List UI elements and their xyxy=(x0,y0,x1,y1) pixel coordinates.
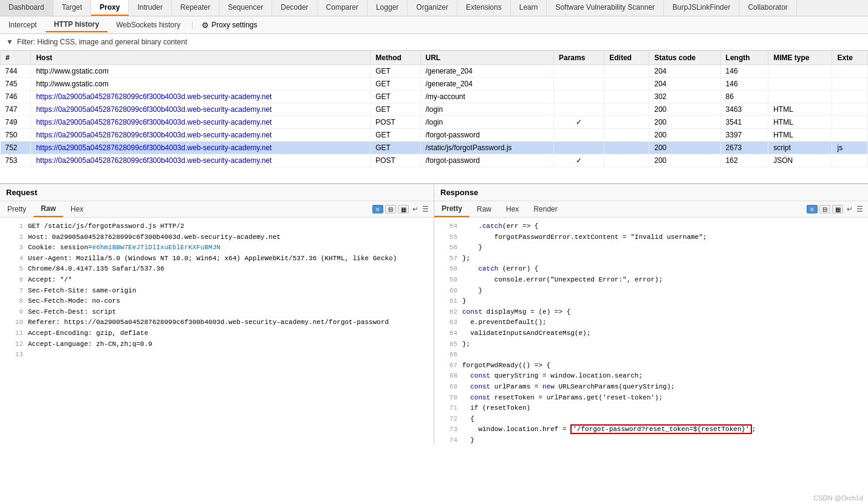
cell-method: GET xyxy=(371,103,420,116)
cell-mime: HTML xyxy=(768,103,832,116)
response-tab-pretty[interactable]: Pretty xyxy=(434,201,470,217)
response-line: 66 xyxy=(440,350,862,361)
cell-host[interactable]: https://0a29005a045287628099c6f300b4003d… xyxy=(31,116,371,129)
col-params: Params xyxy=(553,51,604,65)
table-row[interactable]: 745 http://www.gstatic.com GET /generate… xyxy=(1,78,868,91)
request-wrap-icon[interactable]: ↵ xyxy=(412,205,419,213)
request-line: 10Referer: https://0a29005a045287628099c… xyxy=(6,317,428,328)
cell-id: 752 xyxy=(1,142,31,154)
nav-extensions[interactable]: Extensions xyxy=(457,0,511,16)
cell-host[interactable]: https://0a29005a045287628099c6f300b4003d… xyxy=(31,154,371,167)
cell-url: /login xyxy=(420,116,553,129)
request-tab-pretty[interactable]: Pretty xyxy=(0,202,33,216)
request-tab-raw[interactable]: Raw xyxy=(33,201,63,217)
nav-intruder[interactable]: Intruder xyxy=(129,0,171,16)
cell-edited xyxy=(604,103,649,116)
table-row[interactable]: 744 http://www.gstatic.com GET /generate… xyxy=(1,65,868,78)
response-wrap-icon[interactable]: ↵ xyxy=(847,205,853,213)
response-menu-icon[interactable]: ☰ xyxy=(856,205,863,213)
col-length: Length xyxy=(720,51,768,65)
table-row[interactable]: 747 https://0a29005a045287628099c6f300b4… xyxy=(1,103,868,116)
table-row[interactable]: 753 https://0a29005a045287628099c6f300b4… xyxy=(1,154,868,167)
nav-collaborator[interactable]: Collaborator xyxy=(739,0,796,16)
nav-repeater[interactable]: Repeater xyxy=(172,0,219,16)
response-tab-hex[interactable]: Hex xyxy=(499,202,526,216)
cell-ext: js xyxy=(832,142,868,154)
cell-length: 146 xyxy=(720,78,768,91)
request-line: 9Sec-Fetch-Dest: script xyxy=(6,307,428,318)
cell-host[interactable]: https://0a29005a045287628099c6f300b4003d… xyxy=(31,103,371,116)
table-row[interactable]: 750 https://0a29005a045287628099c6f300b4… xyxy=(1,129,868,142)
cell-id: 747 xyxy=(1,103,31,116)
request-menu-icon[interactable]: ☰ xyxy=(422,205,429,213)
cell-status: 200 xyxy=(649,154,720,167)
cell-host[interactable]: http://www.gstatic.com xyxy=(31,65,371,78)
nav-comparer[interactable]: Comparer xyxy=(318,0,367,16)
cell-host[interactable]: http://www.gstatic.com xyxy=(31,78,371,91)
col-host: Host xyxy=(31,51,371,65)
cell-method: GET xyxy=(371,129,420,142)
http-history-table-container[interactable]: # Host Method URL Params Edited Status c… xyxy=(0,50,868,184)
cell-ext xyxy=(832,91,868,103)
nav-sequencer[interactable]: Sequencer xyxy=(219,0,272,16)
cell-host[interactable]: https://0a29005a045287628099c6f300b4003d… xyxy=(31,91,371,103)
cell-url: /generate_204 xyxy=(420,65,553,78)
response-line: 71 if (resetToken) xyxy=(440,403,862,414)
proxy-settings-button[interactable]: ⚙ Proxy settings xyxy=(196,18,263,32)
cell-edited xyxy=(604,154,649,167)
table-row[interactable]: 752 https://0a29005a045287628099c6f300b4… xyxy=(1,142,868,154)
request-view-raw-icon[interactable]: ▦ xyxy=(398,205,409,213)
cell-params xyxy=(553,78,604,91)
cell-params xyxy=(553,91,604,103)
cell-ext xyxy=(832,103,868,116)
subnav-http-history[interactable]: HTTP history xyxy=(46,18,108,32)
request-content: 1GET /static/js/forgotPassword.js HTTP/2… xyxy=(0,218,434,446)
cell-params xyxy=(553,129,604,142)
cell-status: 204 xyxy=(649,78,720,91)
nav-svs[interactable]: Software Vulnerability Scanner xyxy=(547,0,664,16)
table-row[interactable]: 746 https://0a29005a045287628099c6f300b4… xyxy=(1,91,868,103)
cell-length: 3541 xyxy=(720,116,768,129)
cell-length: 86 xyxy=(720,91,768,103)
response-line: 65}; xyxy=(440,339,862,350)
nav-proxy[interactable]: Proxy xyxy=(91,0,129,16)
nav-target[interactable]: Target xyxy=(53,0,91,16)
col-edited: Edited xyxy=(604,51,649,65)
cell-url: /forgot-password xyxy=(420,129,553,142)
nav-burpjslinkfinder[interactable]: BurpJSLinkFinder xyxy=(664,0,739,16)
response-tab-render[interactable]: Render xyxy=(526,202,564,216)
nav-logger[interactable]: Logger xyxy=(367,0,408,16)
cell-mime: HTML xyxy=(768,116,832,129)
col-status: Status code xyxy=(649,51,720,65)
nav-dashboard[interactable]: Dashboard xyxy=(0,0,53,16)
nav-learn[interactable]: Learn xyxy=(511,0,547,16)
cell-params: ✓ xyxy=(553,116,604,129)
cell-edited xyxy=(604,65,649,78)
response-line: 63 e.preventDefault(); xyxy=(440,317,862,328)
nav-decoder[interactable]: Decoder xyxy=(272,0,317,16)
response-line: 70 const resetToken = urlParams.get('res… xyxy=(440,393,862,404)
cell-host[interactable]: https://0a29005a045287628099c6f300b4003d… xyxy=(31,129,371,142)
response-view-split-icon[interactable]: ⊟ xyxy=(819,205,830,213)
cell-length: 2673 xyxy=(720,142,768,154)
request-tab-hex[interactable]: Hex xyxy=(63,202,91,216)
request-line: 4User-Agent: Mozilla/5.0 (Windows NT 10.… xyxy=(6,254,428,264)
response-view-raw-icon[interactable]: ▦ xyxy=(832,205,843,213)
response-panel-tabs: Pretty Raw Hex Render ≡ ⊟ ▦ ↵ ☰ xyxy=(434,201,868,218)
request-panel: Request Pretty Raw Hex ≡ ⊟ ▦ ↵ ☰ 1GET /s… xyxy=(0,184,434,446)
response-line: 55 forgotPasswordError.textContent = "In… xyxy=(440,232,862,243)
filter-icon: ▼ xyxy=(6,38,13,46)
request-view-pretty-icon[interactable]: ≡ xyxy=(372,205,383,213)
subnav-websockets-history[interactable]: WebSockets history xyxy=(108,18,189,32)
cell-mime xyxy=(768,65,832,78)
cell-host[interactable]: https://0a29005a045287628099c6f300b4003d… xyxy=(31,142,371,154)
response-panel-header: Response xyxy=(434,184,868,201)
table-row[interactable]: 749 https://0a29005a045287628099c6f300b4… xyxy=(1,116,868,129)
response-tab-raw[interactable]: Raw xyxy=(470,202,499,216)
request-view-split-icon[interactable]: ⊟ xyxy=(385,205,396,213)
nav-organizer[interactable]: Organizer xyxy=(408,0,457,16)
cell-method: GET xyxy=(371,91,420,103)
subnav-intercept[interactable]: Intercept xyxy=(0,18,46,32)
response-line: 58 catch (error) { xyxy=(440,264,862,275)
response-view-pretty-icon[interactable]: ≡ xyxy=(807,205,818,213)
